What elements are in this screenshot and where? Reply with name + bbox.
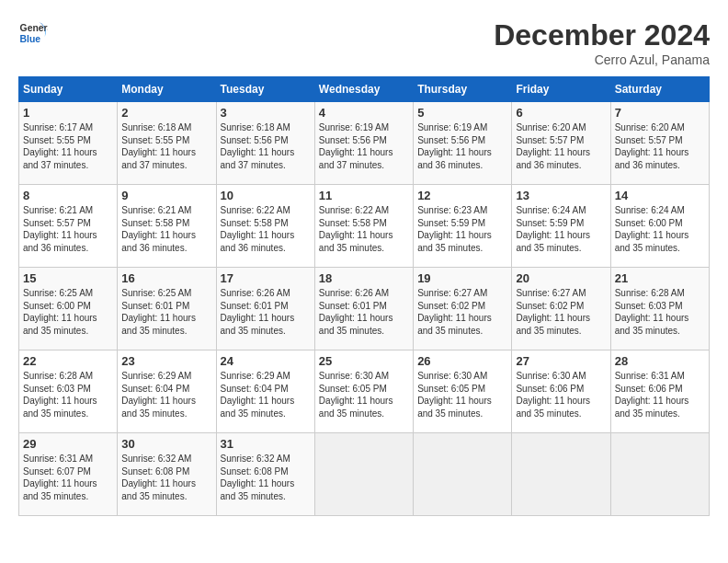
calendar-cell: 8Sunrise: 6:21 AMSunset: 5:57 PMDaylight… bbox=[19, 185, 118, 268]
day-info: Sunrise: 6:32 AMSunset: 6:08 PMDaylight:… bbox=[121, 453, 211, 502]
day-info: Sunrise: 6:21 AMSunset: 5:57 PMDaylight:… bbox=[23, 204, 113, 254]
day-header-sunday: Sunday bbox=[19, 77, 118, 102]
calendar-cell: 25Sunrise: 6:30 AMSunset: 6:05 PMDayligh… bbox=[314, 350, 413, 433]
calendar-cell bbox=[512, 433, 610, 516]
day-info: Sunrise: 6:24 AMSunset: 6:00 PMDaylight:… bbox=[615, 204, 705, 254]
day-number: 22 bbox=[23, 354, 113, 368]
day-number: 4 bbox=[319, 106, 409, 120]
day-number: 7 bbox=[615, 106, 705, 120]
calendar-cell: 10Sunrise: 6:22 AMSunset: 5:58 PMDayligh… bbox=[216, 185, 314, 268]
day-info: Sunrise: 6:28 AMSunset: 6:03 PMDaylight:… bbox=[23, 370, 113, 419]
day-number: 13 bbox=[516, 189, 606, 202]
calendar-cell: 20Sunrise: 6:27 AMSunset: 6:02 PMDayligh… bbox=[512, 268, 610, 350]
calendar-cell: 18Sunrise: 6:26 AMSunset: 6:01 PMDayligh… bbox=[314, 268, 413, 350]
day-number: 9 bbox=[121, 189, 211, 202]
day-info: Sunrise: 6:30 AMSunset: 6:06 PMDaylight:… bbox=[516, 370, 606, 419]
calendar-cell bbox=[314, 433, 413, 516]
calendar-cell: 12Sunrise: 6:23 AMSunset: 5:59 PMDayligh… bbox=[414, 185, 512, 268]
day-number: 8 bbox=[23, 189, 113, 202]
day-number: 24 bbox=[221, 354, 311, 368]
day-number: 19 bbox=[417, 271, 507, 285]
calendar-cell: 7Sunrise: 6:20 AMSunset: 5:57 PMDaylight… bbox=[610, 102, 709, 185]
day-header-friday: Friday bbox=[512, 77, 610, 102]
day-number: 26 bbox=[417, 354, 507, 368]
calendar-cell: 1Sunrise: 6:17 AMSunset: 5:55 PMDaylight… bbox=[19, 102, 118, 185]
calendar-cell: 30Sunrise: 6:32 AMSunset: 6:08 PMDayligh… bbox=[118, 433, 216, 516]
day-number: 20 bbox=[516, 271, 606, 285]
day-number: 16 bbox=[121, 271, 211, 285]
day-header-wednesday: Wednesday bbox=[314, 77, 413, 102]
day-number: 29 bbox=[23, 437, 113, 451]
calendar-cell: 11Sunrise: 6:22 AMSunset: 5:58 PMDayligh… bbox=[314, 185, 413, 268]
calendar-cell: 27Sunrise: 6:30 AMSunset: 6:06 PMDayligh… bbox=[512, 350, 610, 433]
calendar-cell: 2Sunrise: 6:18 AMSunset: 5:55 PMDaylight… bbox=[118, 102, 216, 185]
calendar-cell: 23Sunrise: 6:29 AMSunset: 6:04 PMDayligh… bbox=[118, 350, 216, 433]
day-info: Sunrise: 6:19 AMSunset: 5:56 PMDaylight:… bbox=[319, 121, 409, 171]
calendar-header-row: SundayMondayTuesdayWednesdayThursdayFrid… bbox=[19, 77, 710, 102]
calendar-cell: 19Sunrise: 6:27 AMSunset: 6:02 PMDayligh… bbox=[414, 268, 512, 350]
day-number: 2 bbox=[121, 106, 211, 120]
calendar-week-5: 29Sunrise: 6:31 AMSunset: 6:07 PMDayligh… bbox=[19, 433, 710, 516]
logo: General Blue bbox=[18, 18, 48, 48]
day-number: 25 bbox=[319, 354, 409, 368]
day-info: Sunrise: 6:30 AMSunset: 6:05 PMDaylight:… bbox=[417, 370, 507, 419]
day-number: 3 bbox=[221, 106, 311, 120]
day-number: 14 bbox=[615, 189, 705, 202]
day-number: 17 bbox=[221, 271, 311, 285]
day-number: 15 bbox=[23, 271, 113, 285]
calendar-cell: 31Sunrise: 6:32 AMSunset: 6:08 PMDayligh… bbox=[216, 433, 314, 516]
calendar-cell bbox=[414, 433, 512, 516]
calendar-cell: 5Sunrise: 6:19 AMSunset: 5:56 PMDaylight… bbox=[414, 102, 512, 185]
day-info: Sunrise: 6:31 AMSunset: 6:06 PMDaylight:… bbox=[615, 370, 705, 419]
calendar-cell: 3Sunrise: 6:18 AMSunset: 5:56 PMDaylight… bbox=[216, 102, 314, 185]
day-info: Sunrise: 6:20 AMSunset: 5:57 PMDaylight:… bbox=[516, 121, 606, 171]
day-header-saturday: Saturday bbox=[610, 77, 709, 102]
calendar-week-3: 15Sunrise: 6:25 AMSunset: 6:00 PMDayligh… bbox=[19, 268, 710, 350]
day-info: Sunrise: 6:22 AMSunset: 5:58 PMDaylight:… bbox=[221, 204, 311, 254]
day-number: 6 bbox=[516, 106, 606, 120]
day-info: Sunrise: 6:18 AMSunset: 5:55 PMDaylight:… bbox=[121, 121, 211, 171]
day-info: Sunrise: 6:21 AMSunset: 5:58 PMDaylight:… bbox=[121, 204, 211, 254]
day-info: Sunrise: 6:28 AMSunset: 6:03 PMDaylight:… bbox=[615, 287, 705, 337]
calendar-cell: 26Sunrise: 6:30 AMSunset: 6:05 PMDayligh… bbox=[414, 350, 512, 433]
day-number: 27 bbox=[516, 354, 606, 368]
day-info: Sunrise: 6:29 AMSunset: 6:04 PMDaylight:… bbox=[221, 370, 311, 419]
calendar-cell bbox=[610, 433, 709, 516]
day-info: Sunrise: 6:26 AMSunset: 6:01 PMDaylight:… bbox=[319, 287, 409, 337]
month-title: December 2024 bbox=[494, 18, 710, 52]
title-block: December 2024 Cerro Azul, Panama bbox=[494, 18, 710, 67]
calendar-cell: 24Sunrise: 6:29 AMSunset: 6:04 PMDayligh… bbox=[216, 350, 314, 433]
location-subtitle: Cerro Azul, Panama bbox=[494, 52, 710, 67]
day-number: 28 bbox=[615, 354, 705, 368]
day-info: Sunrise: 6:23 AMSunset: 5:59 PMDaylight:… bbox=[417, 204, 507, 254]
day-number: 1 bbox=[23, 106, 113, 120]
svg-text:Blue: Blue bbox=[20, 34, 41, 44]
day-info: Sunrise: 6:17 AMSunset: 5:55 PMDaylight:… bbox=[23, 121, 113, 171]
day-number: 23 bbox=[121, 354, 211, 368]
calendar-cell: 16Sunrise: 6:25 AMSunset: 6:01 PMDayligh… bbox=[118, 268, 216, 350]
day-info: Sunrise: 6:30 AMSunset: 6:05 PMDaylight:… bbox=[319, 370, 409, 419]
calendar-cell: 9Sunrise: 6:21 AMSunset: 5:58 PMDaylight… bbox=[118, 185, 216, 268]
day-header-thursday: Thursday bbox=[414, 77, 512, 102]
calendar-cell: 6Sunrise: 6:20 AMSunset: 5:57 PMDaylight… bbox=[512, 102, 610, 185]
calendar-cell: 4Sunrise: 6:19 AMSunset: 5:56 PMDaylight… bbox=[314, 102, 413, 185]
day-info: Sunrise: 6:24 AMSunset: 5:59 PMDaylight:… bbox=[516, 204, 606, 254]
calendar-cell: 15Sunrise: 6:25 AMSunset: 6:00 PMDayligh… bbox=[19, 268, 118, 350]
day-number: 12 bbox=[417, 189, 507, 202]
day-info: Sunrise: 6:31 AMSunset: 6:07 PMDaylight:… bbox=[23, 453, 113, 502]
svg-text:General: General bbox=[20, 23, 48, 33]
day-number: 18 bbox=[319, 271, 409, 285]
calendar-cell: 22Sunrise: 6:28 AMSunset: 6:03 PMDayligh… bbox=[19, 350, 118, 433]
calendar-week-2: 8Sunrise: 6:21 AMSunset: 5:57 PMDaylight… bbox=[19, 185, 710, 268]
day-info: Sunrise: 6:29 AMSunset: 6:04 PMDaylight:… bbox=[121, 370, 211, 419]
calendar-cell: 14Sunrise: 6:24 AMSunset: 6:00 PMDayligh… bbox=[610, 185, 709, 268]
day-info: Sunrise: 6:27 AMSunset: 6:02 PMDaylight:… bbox=[516, 287, 606, 337]
day-number: 5 bbox=[417, 106, 507, 120]
page-header: General Blue December 2024 Cerro Azul, P… bbox=[18, 18, 710, 67]
calendar-cell: 17Sunrise: 6:26 AMSunset: 6:01 PMDayligh… bbox=[216, 268, 314, 350]
calendar-week-4: 22Sunrise: 6:28 AMSunset: 6:03 PMDayligh… bbox=[19, 350, 710, 433]
day-info: Sunrise: 6:32 AMSunset: 6:08 PMDaylight:… bbox=[221, 453, 311, 502]
day-info: Sunrise: 6:19 AMSunset: 5:56 PMDaylight:… bbox=[417, 121, 507, 171]
calendar-cell: 29Sunrise: 6:31 AMSunset: 6:07 PMDayligh… bbox=[19, 433, 118, 516]
day-info: Sunrise: 6:20 AMSunset: 5:57 PMDaylight:… bbox=[615, 121, 705, 171]
